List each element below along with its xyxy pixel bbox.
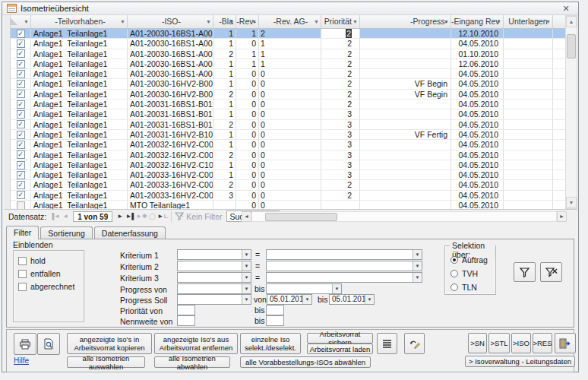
cell-cb[interactable]: ✓ (11, 39, 31, 48)
checked-checkbox-icon[interactable]: ✓ (17, 150, 25, 159)
kriterium1-value-combobox[interactable]: ▼ (266, 249, 422, 260)
header-iso[interactable]: -ISO-▼ (128, 15, 213, 28)
scroll-up-icon[interactable]: ▲ (566, 16, 577, 27)
kriterium3-combobox[interactable]: ▼ (177, 272, 251, 283)
row-selector-strip[interactable] (5, 15, 11, 209)
date-from-picker[interactable]: 05.01.2011▼ (267, 294, 312, 305)
header-eingang-rev[interactable]: -Eingang Rev▼ (451, 15, 504, 28)
chevron-down-icon[interactable]: ▼ (24, 15, 29, 28)
goto-record-button[interactable]: ►∟ (157, 213, 168, 220)
kriterium1-combobox[interactable]: ▼ (177, 249, 251, 260)
isoverwaltung-button[interactable]: > Isoverwaltung - Leitungsdaten (465, 356, 575, 367)
remove-filter-button[interactable] (540, 262, 562, 282)
table-row[interactable]: ✓Anlage1 Teilanlage1A01-20031-16BS1-B012… (11, 109, 565, 119)
date-to-picker[interactable]: 05.01.2011▼ (329, 294, 375, 305)
checked-checkbox-icon[interactable]: ✓ (17, 90, 25, 98)
chevron-down-icon[interactable]: ▼ (242, 250, 251, 259)
cell-cb[interactable]: ✓ (11, 180, 31, 189)
copy-to-worklist-button[interactable]: angezeigte Iso's in Arbeitsvorrat kopier… (67, 333, 152, 354)
previous-record-button[interactable]: ◄ (60, 213, 71, 220)
select-all-button[interactable]: alle Isometrien auswählen (67, 356, 145, 368)
chevron-down-icon[interactable]: ▼ (242, 261, 251, 271)
tab-datenerfassung[interactable]: Datenerfassung (94, 226, 166, 239)
horizontal-scroll-track[interactable] (251, 211, 557, 222)
stl-button[interactable]: >STL (488, 333, 510, 353)
chevron-down-icon[interactable]: ▼ (251, 15, 257, 28)
load-worklist-button[interactable]: Arbeitsvorrat laden (307, 344, 373, 354)
cell-cb[interactable]: ✓ (11, 191, 31, 200)
checked-checkbox-icon[interactable]: ✓ (17, 30, 25, 38)
table-row[interactable]: ✓Anlage1 Teilanlage1A01-20033-16HV2-C003… (11, 191, 565, 201)
record-position[interactable]: 1 von 59 (73, 211, 112, 222)
progress-soll-combobox[interactable]: ▼ (177, 294, 251, 305)
chevron-down-icon[interactable]: ▼ (120, 15, 125, 28)
cell-cb[interactable]: ✓ (11, 150, 31, 160)
checked-checkbox-icon[interactable]: ✓ (17, 131, 25, 139)
line-list-button[interactable] (377, 333, 397, 354)
table-row[interactable]: ✓Anlage1 Teilanlage1A01-20030-16BS1-A003… (11, 59, 565, 69)
chevron-down-icon[interactable]: ▼ (206, 15, 211, 28)
checked-checkbox-icon[interactable]: ✓ (17, 161, 25, 169)
close-icon[interactable]: ✕ (560, 3, 572, 14)
cell-cb[interactable]: ✓ (11, 29, 31, 38)
sn-button[interactable]: >SN (468, 333, 487, 353)
checked-checkbox-icon[interactable]: ✓ (17, 110, 25, 119)
filter-state-button[interactable]: ◯ (147, 213, 157, 220)
cell-cb[interactable]: ✓ (11, 130, 31, 139)
next-record-button[interactable]: ► (115, 213, 125, 220)
table-row[interactable]: ✓Anlage1 Teilanlage1A01-20032-16HV2-C102… (11, 160, 565, 170)
checked-checkbox-icon[interactable]: ✓ (17, 49, 25, 58)
cell-cb[interactable]: ✓ (11, 59, 31, 68)
cell-cb[interactable]: ✓ (11, 90, 31, 99)
undo-edit-button[interactable] (404, 333, 425, 354)
no-filter-button[interactable]: Kein Filter (175, 212, 222, 221)
tab-filter[interactable]: Filter (6, 226, 39, 239)
cell-cb[interactable]: ✓ (11, 170, 31, 179)
vertical-scroll-thumb[interactable] (567, 34, 576, 59)
table-row[interactable]: ✓Anlage1 Teilanlage1A01-20031-16HV2-B103… (11, 130, 565, 140)
table-row[interactable]: ✓Anlage1 Teilanlage1A01-20030-16HV2-B001… (11, 90, 565, 100)
radio-tln[interactable]: TLN (450, 283, 477, 292)
chevron-down-icon[interactable]: ▼ (314, 15, 319, 28)
checked-checkbox-icon[interactable]: ✓ (17, 40, 25, 48)
horizontal-scrollbar[interactable]: ◄ ► (242, 211, 567, 222)
print-button[interactable] (14, 333, 36, 355)
scroll-right-icon[interactable]: ► (557, 211, 567, 222)
first-record-button[interactable]: ▐◄ (49, 213, 60, 220)
cell-cb[interactable]: ✓ (11, 69, 31, 78)
help-link[interactable]: Hilfe (14, 356, 29, 365)
chevron-down-icon[interactable]: ▼ (229, 15, 234, 28)
kriterium3-value-combobox[interactable]: ▼ (266, 272, 422, 283)
checked-checkbox-icon[interactable]: ✓ (17, 60, 25, 68)
checked-checkbox-icon[interactable]: ✓ (17, 80, 25, 88)
table-row[interactable]: ✓Anlage1 Teilanlage1A01-20031-16BS1-B012… (11, 120, 565, 130)
chevron-down-icon[interactable]: ▼ (496, 15, 501, 28)
chevron-down-icon[interactable]: ▼ (365, 295, 374, 304)
checked-checkbox-icon[interactable]: ✓ (17, 181, 25, 189)
cell-cb[interactable]: ✓ (11, 100, 31, 109)
checked-checkbox-icon[interactable]: ✓ (17, 100, 25, 109)
kriterium2-combobox[interactable]: ▼ (177, 261, 251, 271)
checkbox-icon[interactable] (18, 270, 27, 278)
header-prioritaet[interactable]: Priorität▼ (321, 15, 360, 28)
checked-checkbox-icon[interactable]: ✓ (17, 141, 25, 149)
cell-cb[interactable]: ✓ (11, 140, 31, 149)
chevron-down-icon[interactable]: ▼ (302, 295, 311, 304)
nennweite-bis-input[interactable] (266, 315, 284, 326)
header-blatt[interactable]: -Bla▼ (213, 15, 236, 28)
radio-icon[interactable] (450, 270, 458, 277)
header-unterlagen[interactable]: Unterlagen▼ (504, 15, 553, 28)
cell-cb[interactable]: ✓ (11, 109, 31, 119)
last-record-button[interactable]: ►▌ (125, 213, 136, 220)
vertical-scrollbar[interactable]: ▲ ▼ (565, 15, 577, 209)
checked-checkbox-icon[interactable]: ✓ (17, 191, 25, 199)
progress-von-combobox[interactable]: ▼ (177, 283, 251, 294)
chevron-down-icon[interactable]: ▼ (545, 15, 551, 28)
chevron-down-icon[interactable]: ▼ (242, 295, 251, 304)
progress-bis-combobox[interactable]: ▼ (266, 283, 342, 294)
iso-button[interactable]: >ISO (511, 333, 531, 353)
chevron-down-icon[interactable]: ▼ (352, 15, 358, 28)
table-row[interactable]: ✓Anlage1 Teilanlage1A01-20030-16HV2-B001… (11, 79, 565, 89)
prioritaet-bis-input[interactable] (266, 305, 284, 315)
res-button[interactable]: >RES (533, 333, 552, 353)
